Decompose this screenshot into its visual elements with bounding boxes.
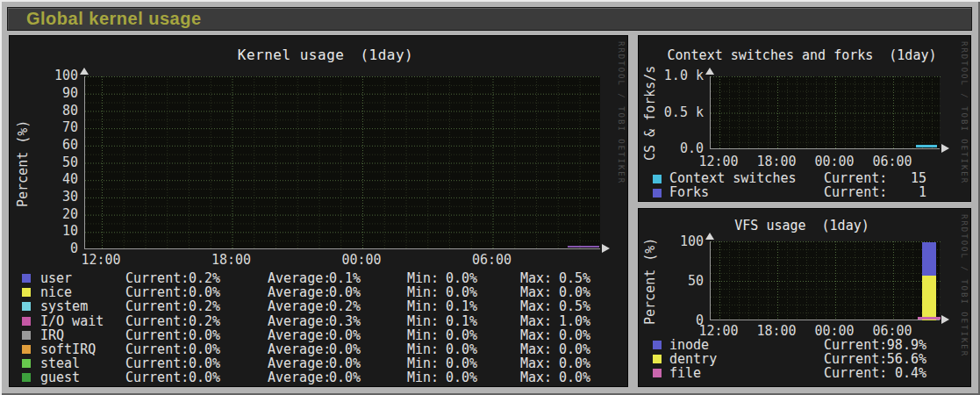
context-switches-trace — [916, 145, 937, 147]
current-value: 0.0% — [172, 285, 220, 299]
max-value: 0.0% — [542, 370, 590, 384]
x-tick: 12:00 — [690, 154, 748, 169]
kernel-usage-trace — [568, 246, 599, 248]
y-axis-label: Percent (%) — [15, 89, 31, 238]
file-bar — [918, 317, 941, 320]
x-axis-arrow-icon — [602, 244, 610, 253]
legend-series-name: user — [40, 271, 72, 285]
legend-swatch — [653, 341, 662, 349]
y-tick: 90 — [36, 85, 78, 103]
current-value: 1 — [874, 186, 926, 200]
y-tick: 0.5 k — [651, 95, 704, 132]
plot-area — [710, 76, 940, 149]
rrdtool-watermark: RRDTOOL / TOBI OETIKER — [617, 41, 626, 184]
max-value: 0.0% — [542, 285, 590, 299]
legend-series-name: softIRQ — [40, 342, 96, 356]
max-value: 0.0% — [542, 328, 590, 342]
average-value: 0.0% — [312, 342, 361, 356]
legend-row: steal Current: 0.0% Average: 0.0% Min: 0… — [10, 356, 627, 370]
min-value: 0.0% — [429, 342, 477, 356]
y-tick-labels: 1.0 k0.5 k0.0 — [651, 58, 704, 168]
page-title: Global kernel usage — [8, 8, 971, 29]
legend-row: inode Current: 98.9% — [639, 338, 970, 352]
x-tick: 12:00 — [36, 252, 167, 268]
grid — [85, 76, 600, 248]
chart-title-text: VFS usage — [734, 218, 805, 233]
chart-period: (1day) — [822, 218, 869, 233]
y-tick-labels: 1009080706050403020100 — [36, 68, 78, 258]
kernel-usage-chart[interactable]: Kernel usage(1day) Percent (%) RRDTOOL /… — [9, 35, 628, 387]
y-tick: 50 — [651, 262, 704, 301]
legend-swatch — [22, 274, 31, 283]
legend-series-name: inode — [669, 338, 709, 352]
max-value: 1.0% — [542, 314, 590, 328]
legend-row: user Current: 0.2% Average: 0.1% Min: 0.… — [10, 271, 627, 285]
current-value: 0.4% — [874, 366, 926, 380]
legend-swatch — [22, 288, 31, 297]
chart-period: (1day) — [889, 47, 936, 63]
current-value: 0.0% — [172, 370, 220, 384]
plot-area — [710, 241, 940, 320]
x-axis-arrow-icon — [941, 315, 949, 324]
y-axis-arrow-icon — [705, 68, 714, 75]
current-value: 0.2% — [172, 299, 220, 313]
current-value: 0.0% — [172, 356, 220, 370]
average-value: 0.0% — [312, 356, 361, 370]
y-tick: 70 — [36, 119, 78, 137]
max-value: 0.5% — [542, 271, 590, 285]
min-value: 0.0% — [429, 271, 477, 285]
x-tick: 00:00 — [805, 154, 863, 169]
legend-swatch — [22, 331, 31, 340]
x-tick: 18:00 — [748, 154, 805, 169]
legend-swatch — [22, 302, 31, 311]
legend-row: nice Current: 0.0% Average: 0.0% Min: 0.… — [10, 285, 627, 299]
x-tick: 06:00 — [426, 252, 557, 268]
current-value: 0.2% — [172, 314, 220, 328]
x-tick: 18:00 — [748, 323, 805, 339]
vfs-usage-chart[interactable]: VFS usage(1day) Percent (%) RRDTOOL / TO… — [638, 208, 971, 387]
max-value: 0.0% — [542, 356, 590, 370]
legend-swatch — [22, 359, 31, 368]
legend-swatch — [653, 355, 662, 363]
context-switches-chart[interactable]: Context switches and forks(1day) CS & fo… — [638, 35, 971, 202]
plot-area — [84, 76, 600, 249]
y-tick: 30 — [36, 189, 78, 206]
legend-swatch — [653, 369, 662, 377]
chart-title: Kernel usage(1day) — [58, 47, 593, 63]
legend-row: file Current: 0.4% — [639, 366, 970, 380]
legend-swatch — [22, 373, 31, 382]
legend-row: Forks Current: 1 — [639, 186, 970, 200]
legend-row: softIRQ Current: 0.0% Average: 0.0% Min:… — [10, 342, 627, 356]
y-axis-arrow-icon — [80, 68, 89, 75]
y-tick: 10 — [36, 223, 78, 241]
average-value: 0.0% — [312, 285, 361, 299]
current-value: 0.0% — [172, 328, 220, 342]
grid — [711, 76, 940, 148]
kernel-legend: user Current: 0.2% Average: 0.1% Min: 0.… — [10, 271, 627, 385]
max-value: 0.5% — [542, 299, 590, 313]
legend-series-name: Forks — [669, 186, 709, 200]
legend-series-name: file — [669, 366, 701, 380]
legend-swatch — [22, 317, 31, 326]
y-tick: 50 — [36, 154, 78, 172]
average-value: 0.1% — [312, 271, 361, 285]
current-value: 56.6% — [874, 352, 926, 366]
vfs-legend: inode Current: 98.9% dentry Current: 56.… — [639, 338, 970, 380]
average-value: 0.2% — [312, 299, 361, 313]
y-tick: 20 — [36, 206, 78, 224]
x-axis-arrow-icon — [941, 144, 949, 153]
y-axis-arrow-icon — [705, 233, 714, 240]
legend-row: I/O wait Current: 0.2% Average: 0.3% Min… — [10, 314, 627, 328]
legend-row: guest Current: 0.0% Average: 0.0% Min: 0… — [10, 370, 627, 384]
min-value: 0.1% — [429, 299, 477, 313]
current-value: 0.0% — [172, 342, 220, 356]
legend-swatch — [653, 175, 662, 183]
x-tick: 18:00 — [166, 252, 297, 268]
current-value: 98.9% — [874, 338, 926, 352]
average-value: 0.0% — [312, 370, 361, 384]
legend-row: dentry Current: 56.6% — [639, 352, 970, 366]
legend-series-name: IRQ — [40, 328, 64, 342]
legend-series-name: system — [40, 299, 88, 313]
legend-row: IRQ Current: 0.0% Average: 0.0% Min: 0.0… — [10, 328, 627, 342]
chart-title-text: Kernel usage — [238, 47, 345, 63]
